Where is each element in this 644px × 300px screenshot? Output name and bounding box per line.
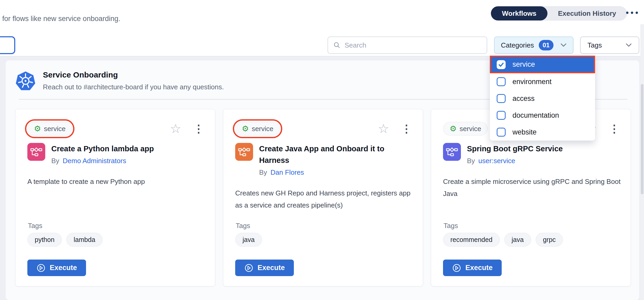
kubernetes-icon <box>16 71 35 92</box>
tag-chip: java <box>235 233 262 247</box>
dropdown-option-label: service <box>512 60 535 69</box>
checkbox-unchecked-icon[interactable] <box>497 111 506 120</box>
categories-label: Categories <box>501 41 534 49</box>
by-label: By <box>51 156 59 165</box>
tags-label: Tags <box>587 41 602 49</box>
scrollbar-thumb[interactable] <box>641 84 643 194</box>
play-circle-icon <box>36 263 46 273</box>
categories-dropdown-button[interactable]: Categories 01 <box>494 37 573 54</box>
favorite-star-icon[interactable]: ☆ <box>170 122 181 135</box>
card-description: Creates new GH Repo and Harness project,… <box>235 187 413 211</box>
vertical-scrollbar[interactable] <box>640 24 644 300</box>
tag-chip: recommended <box>443 233 500 247</box>
gear-icon: ⚙ <box>34 125 41 133</box>
card-title: Create Java App and Onboard it to Harnes… <box>259 143 412 166</box>
category-chip: ⚙ service <box>27 122 72 136</box>
section-subtitle: Reach out to #architecture-board if you … <box>43 83 224 91</box>
author-link[interactable]: user:service <box>478 156 515 165</box>
dropdown-option-service[interactable]: service <box>490 56 595 73</box>
tags-dropdown-button[interactable]: Tags <box>580 37 639 54</box>
search-icon <box>333 41 341 49</box>
workflow-icon <box>235 143 253 161</box>
chevron-down-icon <box>626 43 632 47</box>
checkbox-unchecked-icon[interactable] <box>497 128 506 137</box>
workflow-icon <box>443 143 461 161</box>
gear-icon: ⚙ <box>242 125 249 133</box>
checkbox-checked-icon[interactable] <box>497 60 506 69</box>
dropdown-option-environment[interactable]: environment <box>490 73 595 90</box>
tags-section-label: Tags <box>28 222 42 230</box>
tab-execution-history[interactable]: Execution History <box>547 9 627 18</box>
card-description: Create a simple microservice using gRPC … <box>443 175 621 200</box>
tag-chip: python <box>27 233 62 247</box>
tab-execution-history-label: Execution History <box>558 9 616 17</box>
more-options-button[interactable] <box>626 12 638 14</box>
page-tagline: e for flows like new service onboarding. <box>0 15 120 23</box>
author-link[interactable]: Demo Administrators <box>63 156 126 165</box>
tag-chip: grpc <box>536 233 563 247</box>
kebab-menu-icon[interactable]: ⋮ <box>400 123 413 134</box>
dropdown-option-website[interactable]: website <box>490 124 595 141</box>
ellipsis-dot <box>631 12 633 14</box>
author-link[interactable]: Dan Flores <box>270 168 304 177</box>
execute-button[interactable]: Execute <box>235 260 294 276</box>
category-chip: ⚙ service <box>235 122 280 136</box>
card-title: Create a Python lambda app <box>51 143 204 154</box>
search-box[interactable] <box>328 37 487 54</box>
execute-button[interactable]: Execute <box>27 260 86 276</box>
execute-button[interactable]: Execute <box>443 260 502 276</box>
partial-left-button[interactable] <box>0 36 15 54</box>
kebab-menu-icon[interactable]: ⋮ <box>607 123 621 134</box>
execute-label: Execute <box>465 264 493 272</box>
dropdown-option-label: environment <box>512 78 552 86</box>
tab-workflows-label: Workflows <box>502 9 536 18</box>
tag-chip: java <box>504 233 531 247</box>
checkbox-unchecked-icon[interactable] <box>497 77 506 86</box>
execute-label: Execute <box>50 264 77 272</box>
chevron-down-icon <box>560 43 567 47</box>
checkbox-unchecked-icon[interactable] <box>497 94 506 103</box>
kebab-menu-icon[interactable]: ⋮ <box>192 123 205 134</box>
dropdown-option-label: documentation <box>512 111 559 120</box>
ellipsis-dot <box>636 12 638 14</box>
play-circle-icon <box>452 263 461 273</box>
dropdown-option-label: website <box>512 128 537 136</box>
by-label: By <box>467 156 475 165</box>
tags-section-label: Tags <box>444 222 458 230</box>
execute-label: Execute <box>258 264 285 272</box>
dropdown-option-documentation[interactable]: documentation <box>490 107 595 124</box>
workflow-card-python-lambda: ⚙ service ☆ ⋮ Cr <box>15 109 215 286</box>
dropdown-option-access[interactable]: access <box>490 90 595 107</box>
play-circle-icon <box>244 263 254 273</box>
card-title: Spring Boot gRPC Service <box>467 143 620 154</box>
favorite-star-icon[interactable]: ☆ <box>378 122 389 135</box>
category-chip-label: service <box>460 125 481 133</box>
card-description: A template to create a new Python app <box>27 175 205 188</box>
view-toggle: Workflows Execution History <box>491 6 627 20</box>
dropdown-option-label: access <box>512 95 535 103</box>
tags-section-label: Tags <box>236 222 250 230</box>
category-chip-label: service <box>44 125 66 133</box>
tag-chip: lambda <box>66 233 103 247</box>
section-title: Service Onboarding <box>43 70 118 79</box>
workflow-icon <box>27 143 45 161</box>
categories-count-badge: 01 <box>539 40 554 50</box>
gear-icon: ⚙ <box>450 125 457 133</box>
category-chip-label: service <box>252 125 273 133</box>
ellipsis-dot <box>626 12 628 14</box>
search-input[interactable] <box>345 41 481 49</box>
tab-workflows[interactable]: Workflows <box>491 6 547 20</box>
categories-dropdown-panel: service environment access documentation… <box>490 56 595 141</box>
workflow-card-java-onboard: ⚙ service ☆ ⋮ Cr <box>223 109 423 286</box>
category-chip: ⚙ service <box>443 122 488 136</box>
by-label: By <box>259 168 267 177</box>
